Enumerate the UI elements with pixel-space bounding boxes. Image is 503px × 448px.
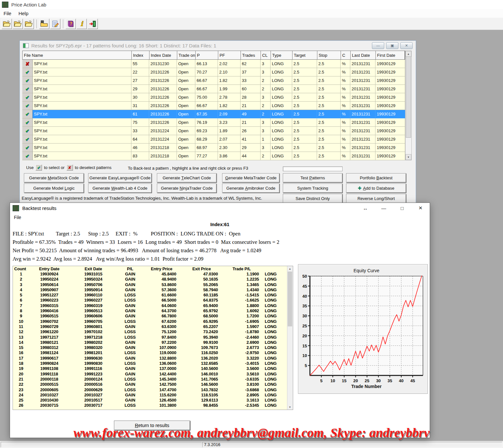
trade-row[interactable]: 151998031219980320GAIN107.0900109.76732.… — [13, 345, 293, 350]
save-distinct-only-button[interactable]: Save Distinct Only — [283, 194, 343, 203]
select-check-icon[interactable]: ✔ — [22, 102, 33, 110]
scroll-down-icon[interactable]: ▼ — [287, 404, 293, 410]
generate-metatrader-code-button[interactable]: Generate MetaTrader Code — [222, 173, 280, 183]
column-header-p[interactable]: P — [196, 51, 218, 59]
table-row[interactable]: ✔SPY.txt2720131226Open66.671.82332LONG2.… — [22, 76, 405, 85]
test-patterns-button[interactable]: Test Patterns — [283, 173, 343, 183]
column-header-index-date[interactable]: Index Date — [149, 51, 177, 59]
trade-row[interactable]: 51995122719960110LOSS61.660060.1185-1.54… — [13, 293, 293, 298]
menu-help[interactable]: Help — [15, 9, 32, 17]
table-row[interactable]: ✔SPY.txt2920131226Open66.671.99602LONG2.… — [22, 85, 405, 93]
generate-ninjatrader-code-button[interactable]: Generate NinjaTrader Code — [157, 184, 217, 193]
table-row[interactable]: ✔SPY.txt8320131218Open77.273.86442LONG2.… — [22, 152, 405, 160]
results-titlebar[interactable]: Results for SPY2p5.epr - 17 patterns fou… — [20, 41, 416, 50]
scroll-up-icon[interactable]: ▲ — [287, 266, 293, 271]
reverse-long-short-button[interactable]: Reverse Long/Short — [346, 194, 406, 203]
maximize-button[interactable]: □ — [393, 203, 411, 213]
open-file-button-2[interactable] — [13, 19, 23, 29]
exit-button[interactable] — [87, 19, 98, 29]
scroll-up-icon[interactable]: ▲ — [405, 51, 411, 57]
trade-row[interactable]: 121996122019970102LOSS75.120073.2420-1.8… — [13, 329, 293, 334]
trade-row[interactable]: 262003071520030717LOSS101.380098.8455-2.… — [13, 403, 293, 408]
select-check-icon[interactable]: ✔ — [22, 152, 33, 160]
generate-telechart-code-button[interactable]: Generate TeleChart Code — [157, 173, 217, 183]
generate-easylanguage-code-button[interactable]: Generate EasyLanguage® Code — [88, 173, 152, 183]
open-file-button-3[interactable] — [24, 19, 34, 29]
about-info-button[interactable]: i — [77, 19, 87, 29]
column-header-type[interactable]: Type — [271, 51, 293, 59]
trade-row[interactable]: 141998012119980202GAIN97.220099.91002.69… — [13, 340, 293, 345]
trade-row[interactable]: 232000060520000629LOSS147.4700143.7832-3… — [13, 387, 293, 393]
select-check-icon[interactable]: ✔ — [22, 118, 33, 127]
select-check-icon[interactable]: ✔ — [22, 68, 33, 76]
column-header-c[interactable]: C — [341, 51, 351, 59]
trade-row[interactable]: 191999110819991116GAIN137.0000140.56003.… — [13, 366, 293, 371]
trade-row[interactable]: 181999082419990830LOSS136.0600132.6585-3… — [13, 361, 293, 366]
trade-row[interactable]: 81996041619960513GAIN64.370065.97921.609… — [13, 308, 293, 314]
select-check-icon[interactable]: ✔ — [22, 93, 33, 102]
menu-file[interactable]: File — [0, 9, 15, 17]
edit-document-button[interactable] — [50, 19, 60, 29]
generate-amibroker-code-button[interactable]: Generate Amibroker Code — [222, 184, 280, 193]
trade-row[interactable]: 71996031519960319GAIN64.060065.94001.880… — [13, 303, 293, 308]
column-header-stop[interactable]: Stop — [317, 51, 341, 59]
table-row[interactable]: ✔SPY.txt3320131224Open69.231.89263LONG2.… — [22, 127, 405, 135]
resize-handle-icon[interactable]: ↔ — [356, 203, 375, 213]
return-to-results-button[interactable]: Return to results — [114, 421, 190, 430]
patterns-table-scrollbar[interactable]: ▲ ▼ — [405, 51, 412, 160]
select-check-icon[interactable]: ✔ — [22, 144, 33, 152]
column-header-trades[interactable]: Trades — [241, 51, 261, 59]
column-header-pf[interactable]: PF — [218, 51, 241, 59]
trade-row[interactable]: 11993092419931015GAIN45.840047.03001.190… — [13, 272, 293, 277]
select-check-icon[interactable]: ✔ — [22, 76, 33, 85]
table-row[interactable]: ✔SPY.txt7520131226Open76.193.23213LONG2.… — [22, 118, 405, 127]
menu-file[interactable]: File — [10, 214, 25, 221]
trade-row[interactable]: 61996022319960227LOSS66.500064.8375-1.66… — [13, 298, 293, 303]
generate-model-logic-button[interactable]: Generate Model Logic — [24, 184, 84, 193]
table-row[interactable]: ✔SPY.txt3120131226Open66.671.82212LONG2.… — [22, 102, 405, 110]
trade-row[interactable]: 212000011820000124LOSS145.3400141.7065-3… — [13, 377, 293, 382]
minimize-button[interactable]: — — [372, 42, 384, 49]
column-header-trade-on[interactable]: Trade on — [177, 51, 196, 59]
table-row[interactable]: ✔SPY.txt6420131224Open68.292.07411LONG2.… — [22, 135, 405, 144]
column-header-index[interactable]: Index — [132, 51, 149, 59]
trade-row[interactable]: 41995090719950914GAIN57.360058.79401.434… — [13, 287, 293, 293]
close-button[interactable]: ✕ — [400, 42, 413, 49]
trade-row[interactable]: 101996070219960705LOSS67.620065.9295-1.6… — [13, 319, 293, 324]
table-row[interactable]: ✔SPY.txt2220131226Open70.272.10373LONG2.… — [22, 68, 405, 76]
select-check-icon[interactable]: ✔ — [22, 85, 33, 93]
trade-row[interactable]: 131997121719971218LOSS97.840095.3940-2.4… — [13, 335, 293, 340]
trade-row[interactable]: 222000051520000516GAIN142.7500146.56003.… — [13, 382, 293, 387]
trade-row[interactable]: 171999061719990630GAIN132.8800136.20203.… — [13, 356, 293, 361]
add-to-database-button[interactable]: ✚Add to Database — [346, 184, 406, 193]
generate-metastock-code-button[interactable]: Generate MetaStock Code — [24, 173, 84, 183]
open-file-button-1[interactable] — [2, 19, 12, 29]
table-row[interactable]: ✔SPY.txt4620131218Open68.972.30293LONG2.… — [22, 144, 405, 152]
scroll-down-icon[interactable]: ▼ — [405, 154, 411, 160]
close-button[interactable]: ✕ — [411, 203, 430, 213]
column-header-last-date[interactable]: Last Date — [351, 51, 376, 59]
help-book-button[interactable]: ? — [66, 19, 76, 29]
trade-row[interactable]: 252001043020010517GAIN126.4500129.61133.… — [13, 398, 293, 403]
trade-row[interactable]: 31995061419950706GAIN53.860055.20651.346… — [13, 282, 293, 287]
select-check-icon[interactable]: ✔ — [22, 127, 33, 135]
minimize-button[interactable]: — — [375, 203, 393, 213]
scrollbar-thumb[interactable] — [288, 272, 292, 326]
select-check-icon[interactable]: ✔ — [22, 110, 33, 118]
scrollbar-thumb[interactable] — [406, 56, 411, 138]
table-row[interactable]: ✔SPY.txt3020131226Open75.002.78283LONG2.… — [22, 93, 405, 102]
column-header-cl[interactable]: CL — [261, 51, 271, 59]
generate-wealth-lab-4-code-button[interactable]: Generate Wealth-Lab 4 Code — [88, 184, 152, 193]
portfolio-backtest-button[interactable]: Portfolio Backtest — [346, 173, 406, 183]
trade-row[interactable]: 242001032720010327GAIN115.6200118.51052.… — [13, 393, 293, 398]
maximize-button[interactable]: ▣ — [386, 42, 398, 49]
column-header-target[interactable]: Target — [293, 51, 317, 59]
select-check-icon[interactable]: ✔ — [22, 135, 33, 144]
trade-row[interactable]: 201999111819991223GAIN142.4400146.00103.… — [13, 372, 293, 377]
scan-folder-button[interactable] — [39, 19, 49, 29]
deselect-cross-icon[interactable]: ✘ — [22, 60, 33, 68]
trades-scrollbar[interactable]: ▲ ▼ — [287, 266, 293, 410]
trade-row[interactable]: 91996051519960606GAIN66.780068.50001.720… — [13, 314, 293, 319]
column-header-first-date[interactable]: First Date — [376, 51, 405, 59]
table-row[interactable]: ✔SPY.txt6120131226Open67.352.09492LONG2.… — [22, 110, 405, 118]
